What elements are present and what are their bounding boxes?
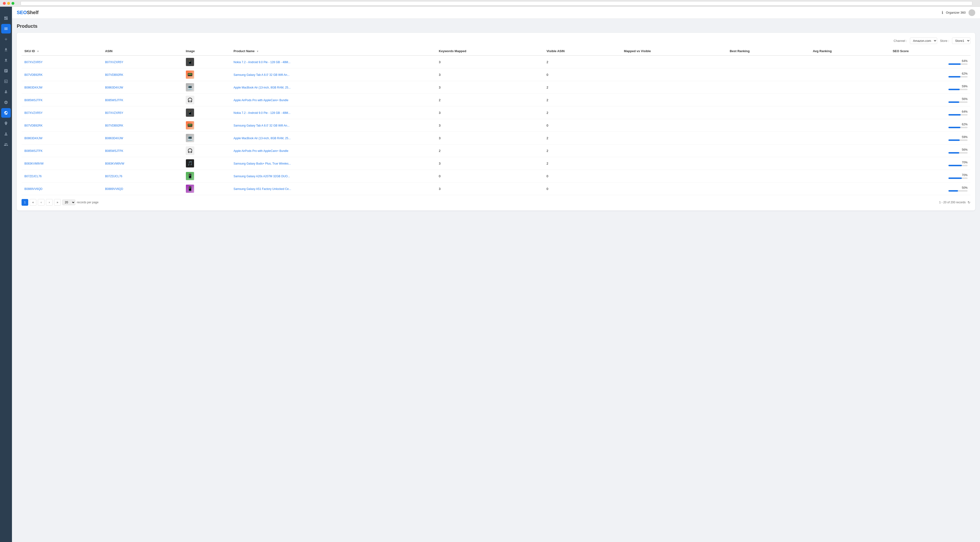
seo-score-cell: 50% — [892, 186, 967, 192]
channel-label: Channel : — [894, 39, 907, 43]
table-row: B085WSJTFK B085WSJTFK 🎧 Apple AirPods Pr… — [22, 145, 970, 157]
sidebar-item-reports[interactable] — [1, 76, 11, 86]
asin-link[interactable]: B07XVZXR5Y — [105, 60, 123, 64]
sku-link[interactable]: B0863D4XJW — [24, 137, 42, 140]
refresh-button[interactable]: ↻ — [967, 200, 970, 204]
progress-bar-bg — [948, 152, 967, 154]
page-first-button[interactable]: « — [30, 199, 37, 206]
page-last-button[interactable]: » — [54, 199, 61, 206]
cell-mapped-vs-visible — [621, 119, 727, 132]
sku-link[interactable]: B085WSJTFK — [24, 149, 43, 153]
cell-image: 🎧 — [183, 145, 231, 157]
page-1-button[interactable]: 1 — [22, 199, 28, 206]
sku-link[interactable]: B07XVZXR5Y — [24, 111, 43, 114]
progress-bar-fill — [948, 76, 960, 78]
table-header: SKU ID ▼ ASIN Image Product Name ▼ Keywo… — [22, 47, 970, 56]
per-page-select[interactable]: 20 10 50 100 — [62, 199, 75, 205]
sku-link[interactable]: B083KVM9VW — [24, 162, 43, 165]
sidebar-item-settings[interactable] — [1, 98, 11, 107]
asin-link[interactable]: B07VDB92RK — [105, 73, 123, 76]
cell-sku-id: B07VDB92RK — [22, 68, 102, 81]
sidebar-item-dashboard[interactable] — [1, 13, 11, 23]
product-name-text[interactable]: Samsung Galaxy A20s A207M 32GB DUO... — [234, 175, 290, 178]
maximize-button[interactable] — [11, 2, 14, 5]
cell-asin: B083KVM9VW — [102, 157, 183, 170]
sku-link[interactable]: B085WSJTFK — [24, 99, 43, 102]
cell-avg-ranking — [810, 56, 890, 68]
cell-product-name: Samsung Galaxy Tab A 8.0' 32 GB Wifi An.… — [231, 119, 436, 132]
channel-select[interactable]: Amazon.com — [910, 38, 937, 44]
sidebar-item-download[interactable] — [1, 45, 11, 54]
product-name-text[interactable]: Apple AirPods Pro with AppleCare+ Bundle — [234, 149, 288, 153]
sidebar-item-upload[interactable] — [1, 56, 11, 65]
product-name-text[interactable]: Nokia 7.2 - Android 9.0 Pie - 128 GB - 4… — [234, 111, 290, 114]
cell-avg-ranking — [810, 81, 890, 94]
progress-bar-bg — [948, 102, 967, 103]
cell-sku-id: B07VDB92RK — [22, 119, 102, 132]
asin-link[interactable]: B07VDB92RK — [105, 124, 123, 127]
sku-link[interactable]: B0889VV6QD — [24, 187, 42, 191]
header-right: ℹ Organizer 360 — [942, 10, 975, 16]
sku-link[interactable]: B07XVZXR5Y — [24, 60, 43, 64]
asin-link[interactable]: B0863D4XJW — [105, 137, 123, 140]
sku-link[interactable]: B07VDB92RK — [24, 124, 43, 127]
url-bar[interactable] — [21, 1, 972, 5]
sidebar-item-team[interactable] — [1, 140, 11, 149]
sidebar-item-rocket[interactable] — [1, 87, 11, 97]
sidebar-item-add[interactable] — [1, 35, 11, 44]
sku-link[interactable]: B07ZDJCL76 — [24, 175, 41, 178]
product-name-text[interactable]: Samsung Galaxy Tab A 8.0' 32 GB Wifi An.… — [234, 124, 290, 127]
table-row: B07ZDJCL76 B07ZDJCL76 📱 Samsung Galaxy A… — [22, 170, 970, 183]
asin-link[interactable]: B085WSJTFK — [105, 149, 123, 153]
cell-keywords-mapped: 3 — [436, 56, 544, 68]
page-prev-button[interactable]: ‹ — [38, 199, 45, 206]
asin-link[interactable]: B085WSJTFK — [105, 99, 123, 102]
product-image: 🎧 — [186, 96, 194, 104]
sidebar-item-products[interactable] — [1, 24, 11, 33]
close-button[interactable] — [3, 2, 6, 5]
product-name-text[interactable]: Samsung Galaxy A51 Factory Unlocked Ce..… — [234, 187, 291, 191]
minimize-button[interactable] — [7, 2, 10, 5]
asin-link[interactable]: B07ZDJCL76 — [105, 175, 122, 178]
cell-visible-asin: 0 — [544, 68, 621, 81]
products-card: Channel : Amazon.com Store : Store1 SKU … — [17, 33, 975, 210]
product-image: 📟 — [186, 70, 194, 79]
cell-best-ranking — [727, 145, 810, 157]
cell-product-name: Samsung Galaxy A51 Factory Unlocked Ce..… — [231, 183, 436, 195]
progress-bar-bg — [948, 76, 967, 78]
sidebar-item-location[interactable] — [1, 119, 11, 128]
sidebar-item-globe[interactable] — [1, 108, 11, 118]
asin-link[interactable]: B0863D4XJW — [105, 86, 123, 89]
asin-link[interactable]: B083KVM9VW — [105, 162, 124, 165]
product-name-text[interactable]: Apple MacBook Air (13-inch, 8GB RAM, 25.… — [234, 86, 291, 89]
sku-link[interactable]: B0863D4XJW — [24, 86, 42, 89]
product-name-text[interactable]: Samsung Galaxy Buds+ Plus, True Wireles.… — [234, 162, 291, 165]
sidebar-item-user[interactable] — [1, 129, 11, 139]
page-next-button[interactable]: › — [46, 199, 52, 206]
avatar — [969, 10, 975, 16]
cell-best-ranking — [727, 106, 810, 119]
progress-bar-bg — [948, 178, 967, 179]
cell-sku-id: B07XVZXR5Y — [22, 106, 102, 119]
cell-keywords-mapped: 3 — [436, 157, 544, 170]
product-name-text[interactable]: Apple MacBook Air (13-inch, 8GB RAM, 25.… — [234, 137, 291, 140]
product-name-text[interactable]: Samsung Galaxy Tab A 8.0' 32 GB Wifi An.… — [234, 73, 290, 76]
cell-image: 🎵 — [183, 157, 231, 170]
asin-link[interactable]: B07XVZXR5Y — [105, 111, 123, 114]
cell-product-name: Apple AirPods Pro with AppleCare+ Bundle — [231, 145, 436, 157]
cell-asin: B0889VV6QD — [102, 183, 183, 195]
info-icon[interactable]: ℹ — [942, 10, 943, 15]
product-image: 📱 — [186, 184, 194, 193]
product-name-text[interactable]: Nokia 7.2 - Android 9.0 Pie - 128 GB - 4… — [234, 60, 290, 64]
page-body: Products Channel : Amazon.com Store : St… — [12, 19, 980, 542]
store-select[interactable]: Store1 — [952, 38, 970, 44]
cell-visible-asin: 0 — [544, 119, 621, 132]
asin-link[interactable]: B0889VV6QD — [105, 187, 123, 191]
cell-mapped-vs-visible — [621, 81, 727, 94]
product-name-text[interactable]: Apple AirPods Pro with AppleCare+ Bundle — [234, 99, 288, 102]
cell-mapped-vs-visible — [621, 56, 727, 68]
table-row: B07VDB92RK B07VDB92RK 📟 Samsung Galaxy T… — [22, 68, 970, 81]
seo-score-cell: 70% — [892, 161, 967, 166]
sidebar-item-analytics[interactable] — [1, 66, 11, 76]
sku-link[interactable]: B07VDB92RK — [24, 73, 43, 76]
